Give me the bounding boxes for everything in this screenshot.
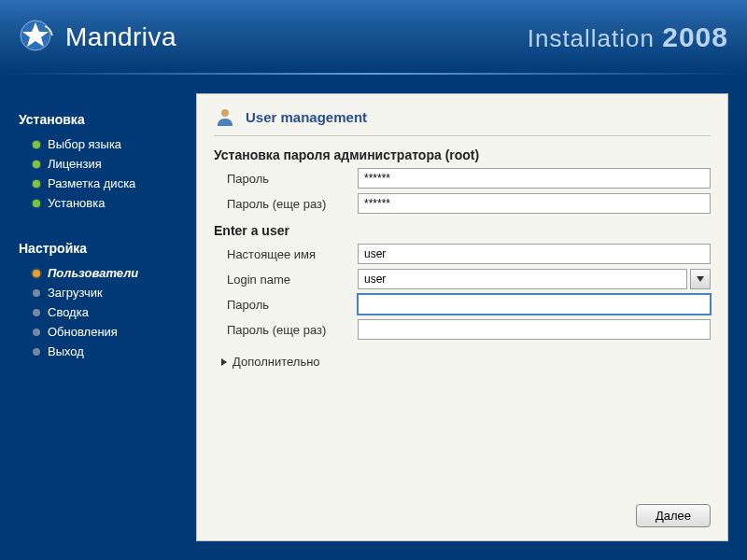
sidebar-item-language: Выбор языка (19, 134, 196, 154)
bullet-done-icon (33, 161, 40, 168)
star-icon (19, 19, 56, 56)
next-button[interactable]: Далее (636, 504, 711, 527)
root-password-input[interactable] (358, 168, 711, 189)
advanced-label: Дополнительно (233, 355, 320, 369)
form-row-login: Login name (214, 269, 711, 289)
form-row-root-password: Пароль (214, 168, 711, 189)
sidebar-section-title: Установка (19, 112, 196, 127)
sidebar-item-bootloader: Загрузчик (19, 283, 196, 302)
sidebar-item-label: Загрузчик (48, 286, 103, 300)
sidebar-item-users: Пользователи (19, 263, 196, 283)
panel-header: User management (214, 105, 711, 136)
sidebar-item-label: Разметка диска (48, 176, 135, 190)
body-area: Установка Выбор языка Лицензия Разметка … (0, 75, 747, 560)
triangle-right-icon (221, 358, 227, 366)
sidebar-item-exit: Выход (19, 342, 196, 361)
user-icon (214, 105, 236, 128)
bullet-pending-icon (33, 309, 40, 316)
sidebar: Установка Выбор языка Лицензия Разметка … (0, 75, 196, 560)
form-row-user-password2: Пароль (еще раз) (214, 319, 711, 340)
installer-title: Installation 2008 (528, 21, 728, 53)
bullet-done-icon (33, 141, 40, 148)
sidebar-section-title: Настройка (19, 241, 196, 256)
installer-title-year: 2008 (662, 21, 728, 52)
installer-title-prefix: Installation (528, 24, 655, 52)
root-password-label: Пароль (227, 172, 358, 186)
form-row-realname: Настоящее имя (214, 244, 711, 264)
sidebar-item-license: Лицензия (19, 154, 196, 174)
sidebar-item-label: Сводка (48, 305, 89, 319)
panel-title: User management (246, 109, 367, 125)
login-input[interactable] (358, 269, 687, 289)
bullet-done-icon (33, 200, 40, 207)
sidebar-section-install: Установка Выбор языка Лицензия Разметка … (19, 112, 196, 213)
sidebar-item-label: Выход (48, 344, 84, 358)
bullet-done-icon (33, 180, 40, 188)
bullet-pending-icon (33, 348, 40, 356)
sidebar-item-partition: Разметка диска (19, 174, 196, 193)
root-password-heading: Установка пароля администратора (root) (214, 147, 711, 162)
form-row-user-password: Пароль (214, 294, 711, 315)
sidebar-item-updates: Обновления (19, 322, 196, 342)
chevron-down-icon (697, 276, 704, 282)
header: Mandriva Installation 2008 (0, 0, 747, 75)
realname-input[interactable] (358, 244, 711, 264)
advanced-toggle[interactable]: Дополнительно (214, 355, 711, 369)
bullet-current-icon (33, 270, 40, 277)
bullet-pending-icon (33, 289, 40, 297)
root-password2-input[interactable] (358, 193, 711, 214)
user-section-heading: Enter a user (214, 223, 711, 238)
root-password2-label: Пароль (еще раз) (227, 197, 358, 211)
sidebar-item-label: Выбор языка (48, 137, 121, 151)
sidebar-item-label: Обновления (48, 325, 118, 339)
login-label: Login name (227, 273, 358, 287)
sidebar-item-summary: Сводка (19, 302, 196, 322)
login-dropdown-button[interactable] (690, 269, 711, 289)
user-password-input[interactable] (358, 294, 711, 315)
svg-point-1 (221, 109, 229, 117)
user-password-label: Пароль (227, 298, 358, 312)
sidebar-section-config: Настройка Пользователи Загрузчик Сводка … (19, 241, 196, 361)
sidebar-item-label: Лицензия (48, 157, 102, 171)
sidebar-item-label: Пользователи (48, 266, 138, 280)
sidebar-item-label: Установка (48, 196, 105, 210)
user-password2-label: Пароль (еще раз) (227, 323, 358, 337)
logo-area: Mandriva (19, 19, 176, 56)
realname-label: Настоящее имя (227, 247, 358, 261)
sidebar-item-install: Установка (19, 193, 196, 213)
main-panel: User management Установка пароля админис… (196, 93, 728, 541)
form-row-root-password2: Пароль (еще раз) (214, 193, 711, 214)
bullet-pending-icon (33, 329, 40, 336)
brand-text: Mandriva (65, 22, 176, 52)
user-password2-input[interactable] (358, 319, 711, 340)
